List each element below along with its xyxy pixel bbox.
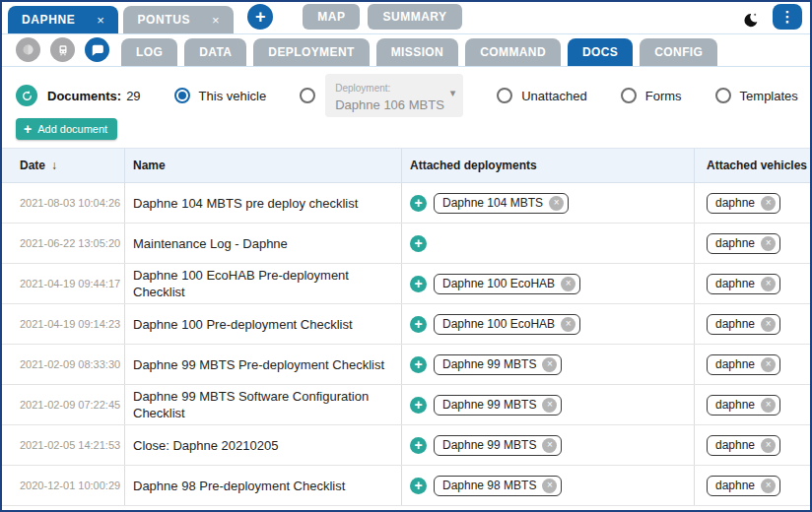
row-name: Maintenance Log - Daphne (133, 235, 288, 252)
tab-command[interactable]: COMMAND (465, 38, 561, 66)
chip-label: daphne (715, 236, 755, 250)
table-row[interactable]: 2021-04-19 09:44:17 Daphne 100 EcoHAB Pr… (2, 264, 810, 304)
remove-chip-icon[interactable]: × (761, 317, 776, 332)
vehicle-tab-pontus[interactable]: PONTUS × (123, 6, 234, 33)
vehicle-tab-bar: DAPHNE × PONTUS × + MAP SUMMARY ⋮ (2, 2, 810, 34)
close-icon[interactable]: × (97, 13, 104, 28)
add-deployment-button[interactable]: + (410, 478, 427, 494)
remove-chip-icon[interactable]: × (761, 357, 776, 372)
row-deployments: + Daphne 100 EcoHAB× (402, 264, 695, 303)
add-deployment-button[interactable]: + (410, 195, 427, 212)
deployment-select-value: Daphne 106 MBTS (335, 97, 444, 112)
status-indicator-icon[interactable] (16, 37, 40, 62)
table-row[interactable]: 2021-06-22 13:05:20 Maintenance Log - Da… (2, 224, 810, 264)
plus-icon: + (414, 357, 422, 371)
radio-this-vehicle[interactable]: This vehicle (174, 88, 267, 103)
row-name: Daphne 100 Pre-deployment Checklist (133, 316, 353, 333)
radio-icon[interactable] (497, 88, 512, 103)
add-deployment-button[interactable]: + (410, 437, 427, 454)
remove-chip-icon[interactable]: × (542, 357, 557, 372)
vehicle-icon[interactable] (50, 37, 75, 62)
radio-templates[interactable]: Templates (715, 88, 798, 103)
row-deployments: + Daphne 99 MBTS× (402, 425, 695, 465)
radio-forms[interactable]: Forms (621, 88, 682, 103)
remove-chip-icon[interactable]: × (542, 438, 557, 453)
add-deployment-button[interactable]: + (410, 397, 427, 414)
add-document-button[interactable]: + Add document (16, 118, 117, 140)
refresh-button[interactable] (16, 85, 37, 106)
map-button[interactable]: MAP (303, 4, 360, 30)
plus-icon: + (414, 398, 422, 412)
documents-label: Documents: (47, 89, 121, 103)
add-deployment-button[interactable]: + (410, 235, 427, 252)
radio-icon[interactable] (300, 88, 315, 103)
remove-chip-icon[interactable]: × (561, 277, 575, 291)
remove-chip-icon[interactable]: × (761, 277, 776, 291)
row-deployments: + Daphne 98 MBTS× (402, 466, 695, 505)
remove-chip-icon[interactable]: × (761, 479, 776, 493)
deployment-select[interactable]: Deployment: Daphne 106 MBTS ▾ (325, 74, 463, 117)
chip-label: daphne (715, 438, 755, 452)
chip-label: Daphne 99 MBTS (442, 357, 536, 371)
tab-data[interactable]: DATA (184, 38, 246, 66)
remove-chip-icon[interactable]: × (542, 398, 557, 413)
row-deployments: + (402, 224, 695, 263)
row-deployments: + Daphne 104 MBTS× (402, 183, 695, 223)
dark-mode-moon-icon[interactable] (742, 11, 759, 28)
remove-chip-icon[interactable]: × (761, 196, 776, 211)
tab-docs[interactable]: DOCS (568, 38, 633, 66)
column-header-date[interactable]: Date ↓ (2, 149, 125, 182)
column-header-name[interactable]: Name (125, 149, 402, 182)
attachment-chip: Daphne 100 EcoHAB× (434, 274, 580, 294)
add-vehicle-tab-button[interactable]: + (247, 4, 273, 30)
tab-config[interactable]: CONFIG (640, 38, 717, 66)
radio-icon[interactable] (621, 88, 637, 103)
radio-deployment[interactable]: Deployment: Daphne 106 MBTS ▾ (300, 74, 463, 117)
sort-desc-icon[interactable]: ↓ (51, 159, 57, 172)
column-header-vehicles[interactable]: Attached vehicles (695, 149, 810, 182)
tab-deployment[interactable]: DEPLOYMENT (253, 38, 369, 66)
attachment-chip: daphne× (707, 193, 780, 214)
tab-log[interactable]: LOG (121, 38, 177, 66)
attachment-chip: Daphne 104 MBTS× (434, 193, 569, 214)
document-filters: Documents: 29 This vehicle Deployment: D… (2, 67, 810, 148)
add-deployment-button[interactable]: + (410, 356, 427, 373)
summary-button[interactable]: SUMMARY (368, 4, 461, 30)
tab-mission[interactable]: MISSION (376, 38, 458, 66)
remove-chip-icon[interactable]: × (761, 398, 776, 413)
table-row[interactable]: 2021-02-05 14:21:53 Close: Daphne 202102… (2, 425, 810, 466)
table-row[interactable]: 2021-02-09 07:22:45 Daphne 99 MBTS Softw… (2, 385, 810, 425)
table-row[interactable]: 2021-04-19 09:14:23 Daphne 100 Pre-deplo… (2, 304, 810, 345)
remove-chip-icon[interactable]: × (542, 479, 557, 493)
overflow-menu-button[interactable]: ⋮ (773, 4, 802, 30)
vehicle-tab-daphne[interactable]: DAPHNE × (8, 6, 118, 33)
remove-chip-icon[interactable]: × (761, 236, 776, 251)
table-row[interactable]: 2020-12-01 10:00:29 Daphne 98 Pre-deploy… (2, 466, 810, 506)
attachment-chip: daphne× (707, 476, 780, 496)
documents-count: 29 (126, 89, 140, 103)
documents-table: Date ↓ Name Attached deployments Attache… (2, 148, 810, 510)
remove-chip-icon[interactable]: × (561, 317, 575, 332)
plus-icon: + (255, 8, 266, 26)
radio-unattached[interactable]: Unattached (497, 88, 587, 103)
remove-chip-icon[interactable]: × (761, 438, 776, 453)
remove-chip-icon[interactable]: × (549, 196, 564, 211)
chat-icon[interactable] (85, 37, 109, 62)
close-icon[interactable]: × (212, 13, 220, 28)
radio-selected-icon[interactable] (174, 88, 190, 103)
radio-icon[interactable] (715, 88, 731, 103)
row-name: Daphne 99 MBTS Pre-deployment Checklist (133, 356, 384, 373)
add-document-label: Add document (37, 123, 107, 135)
column-header-deployments[interactable]: Attached deployments (402, 149, 695, 182)
add-deployment-button[interactable]: + (410, 276, 427, 292)
chip-label: daphne (715, 317, 755, 331)
app-window: DAPHNE × PONTUS × + MAP SUMMARY ⋮ (0, 0, 812, 512)
table-row[interactable]: 2021-02-09 08:33:30 Daphne 99 MBTS Pre-d… (2, 345, 810, 385)
table-row[interactable]: 2021-08-03 10:04:26 Daphne 104 MBTS pre … (2, 183, 810, 224)
add-deployment-button[interactable]: + (410, 316, 427, 333)
table-body: 2021-08-03 10:04:26 Daphne 104 MBTS pre … (2, 183, 810, 510)
attachment-chip: daphne× (707, 435, 780, 456)
plus-icon: + (414, 317, 422, 331)
kebab-icon: ⋮ (780, 8, 795, 26)
row-date: 2021-02-09 07:22:45 (2, 385, 125, 424)
